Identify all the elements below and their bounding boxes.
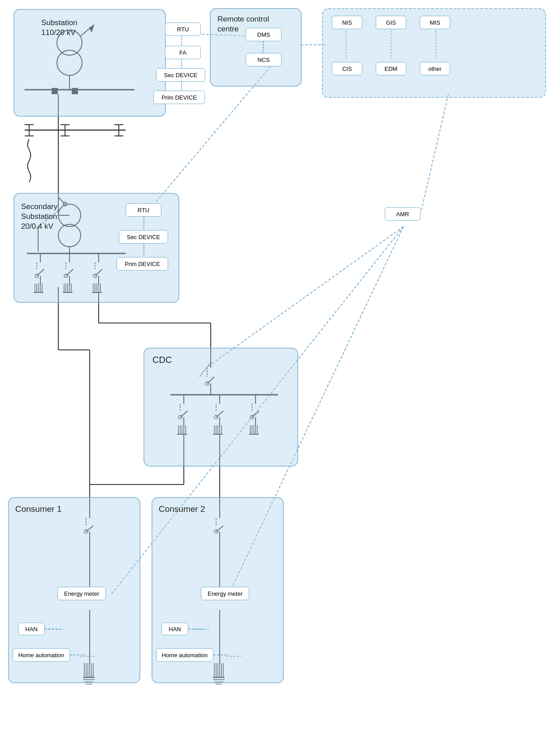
other-box: other [420, 62, 450, 75]
svg-line-3 [421, 94, 448, 210]
gis-box: GIS [376, 16, 406, 29]
han2-box: HAN [161, 623, 188, 635]
secondary-substation-label: SecondarySubstation20/0.4 kV [21, 202, 57, 231]
dms-box: DMS [246, 28, 282, 41]
home-auto1-box: Home automation [13, 648, 70, 662]
svg-line-6 [206, 227, 404, 368]
amr-box: AMR [385, 207, 421, 221]
rtu2-box: RTU [126, 203, 161, 217]
han1-box: HAN [18, 623, 45, 635]
home-auto2-box: Home automation [156, 648, 213, 662]
nis-box: NIS [332, 16, 362, 29]
remote-control-panel: Remote controlcentre [210, 8, 302, 87]
rtu1-box: RTU [165, 22, 201, 36]
substation-label: Substation110/20 kV [41, 18, 77, 38]
diagram-container: Substation110/20 kV SecondarySubstation2… [0, 0, 560, 733]
ncs-box: NCS [246, 53, 282, 66]
consumer2-label: Consumer 2 [159, 504, 205, 514]
sec-dev1-box: Sec DEVICE [156, 68, 205, 82]
substation-panel: Substation110/20 kV [13, 9, 166, 117]
cdc-panel: CDC [143, 348, 298, 467]
cis-box: CIS [332, 62, 362, 75]
sec-dev2-box: Sec DEVICE [119, 230, 168, 244]
energy-meter2-box: Energy meter [201, 587, 249, 600]
mis-box: MIS [420, 16, 450, 29]
edm-box: EDM [376, 62, 406, 75]
prim-dev2-box: Prim DEVICE [117, 257, 168, 271]
cdc-label: CDC [152, 355, 172, 365]
consumer1-label: Consumer 1 [15, 504, 62, 514]
prim-dev1-box: Prim DEVICE [153, 91, 205, 104]
energy-meter1-box: Energy meter [57, 587, 106, 600]
fa1-box: FA [165, 46, 201, 59]
